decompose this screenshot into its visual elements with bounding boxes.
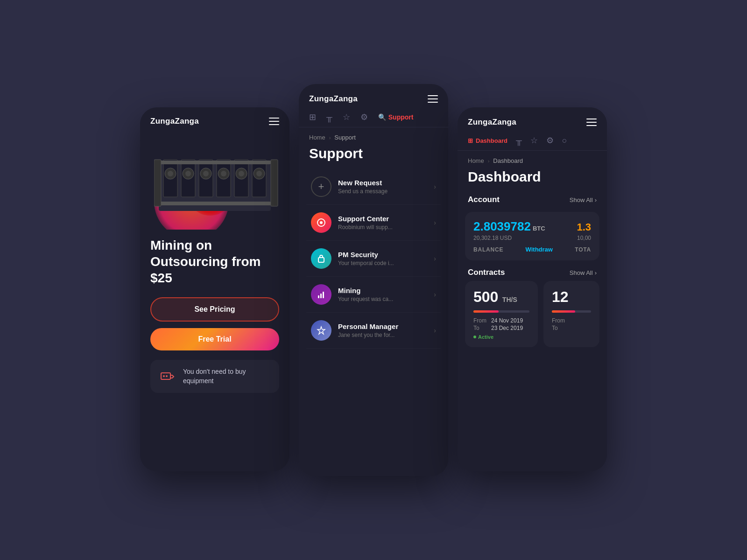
contract1-dates: From 24 Nov 2019 To 23 Dec 2019	[473, 317, 529, 331]
contract2-progress-bar	[552, 310, 591, 313]
btc-usd: 20,302.18 USD	[473, 235, 512, 241]
new-request-title: New Request	[338, 179, 427, 187]
contract2-to-date	[570, 325, 591, 331]
svg-point-24	[163, 375, 165, 377]
svg-point-10	[185, 171, 191, 176]
see-pricing-button[interactable]: See Pricing	[150, 297, 279, 322]
phone3-breadcrumb-home[interactable]: Home	[468, 157, 484, 164]
personal-manager-title: Personal Manager	[338, 322, 427, 330]
svg-point-18	[256, 171, 262, 176]
btc-amount: 2.8039782	[473, 219, 531, 234]
svg-rect-22	[154, 160, 161, 206]
svg-rect-29	[318, 295, 319, 298]
equipment-icon	[159, 368, 176, 385]
svg-rect-28	[318, 258, 324, 262]
nav-grid-icon[interactable]: ⊞	[309, 112, 316, 122]
svg-point-27	[320, 221, 323, 224]
support-center-icon	[311, 212, 331, 233]
nav-support-item[interactable]: 🔍 Support	[378, 113, 414, 121]
support-item-pm-security[interactable]: PM Security Your temporal code i... ›	[306, 241, 441, 277]
orange-btc-amount: 1.3	[577, 221, 591, 233]
phone1-content: Mining on Outsourcing from $25 See Prici…	[140, 230, 289, 400]
new-request-icon: +	[311, 176, 331, 197]
contract2-from-date	[570, 317, 591, 324]
equipment-promo-text: You don't need to buy equipment	[183, 367, 271, 385]
svg-point-12	[203, 171, 209, 176]
new-request-subtitle: Send us a message	[338, 188, 427, 195]
phone-landing: ZungaZanga	[140, 107, 289, 471]
contract1-unit: TH/S	[502, 296, 517, 303]
show-all-chevron: ›	[595, 196, 597, 203]
nav-dashboard-item[interactable]: ⊞ Dashboard	[468, 137, 507, 144]
contract-card-2: 12 From To	[543, 281, 599, 347]
show-all-text: Show All	[570, 196, 593, 203]
support-item-mining[interactable]: Mining Your request was ca... ›	[306, 277, 441, 313]
mining-rig-image	[149, 136, 289, 230]
support-page-title: Support	[299, 144, 448, 169]
dashboard-page-title: Dashboard	[458, 167, 607, 191]
phone1-logo: ZungaZanga	[150, 117, 199, 126]
phones-container: ZungaZanga	[140, 84, 607, 476]
contracts-show-all-chevron: ›	[595, 269, 597, 276]
phone-support: ZungaZanga ⊞ ╥ ☆ ⚙ 🔍 Support Home › Supp…	[299, 84, 448, 476]
contract1-hashrate-row: 500 TH/S	[473, 288, 529, 306]
phone3-breadcrumb: Home › Dashboard	[458, 151, 607, 167]
account-section-header: Account Show All ›	[458, 191, 607, 208]
nav-gear-icon[interactable]: ⚙	[360, 112, 368, 122]
active-dot	[473, 336, 476, 338]
contract2-to-label: To	[552, 325, 565, 331]
nav-star-icon[interactable]: ☆	[343, 112, 350, 122]
svg-point-16	[239, 171, 244, 176]
account-show-all[interactable]: Show All ›	[570, 196, 597, 203]
phone1-menu-icon[interactable]	[269, 118, 279, 125]
contracts-show-all-text: Show All	[570, 269, 593, 276]
contracts-show-all[interactable]: Show All ›	[570, 269, 597, 276]
phone1-header: ZungaZanga	[140, 107, 289, 132]
contract1-hashrate: 500	[473, 288, 498, 305]
phone3-header: ZungaZanga	[458, 107, 607, 132]
breadcrumb-home[interactable]: Home	[309, 134, 325, 141]
btc-label: BTC	[533, 225, 545, 232]
phone2-header: ZungaZanga	[299, 84, 448, 108]
nav3-search-icon[interactable]: ○	[562, 136, 567, 146]
svg-point-25	[166, 375, 168, 377]
nav3-gear-icon[interactable]: ⚙	[546, 135, 554, 146]
mining-title: Mining	[338, 287, 427, 294]
mining-icon	[311, 284, 331, 305]
nav-search-icon: 🔍	[378, 113, 386, 121]
phone-dashboard: ZungaZanga ⊞ Dashboard ╥ ☆ ⚙ ○ Home › Da…	[458, 107, 607, 471]
mining-text: Mining Your request was ca...	[338, 287, 427, 302]
new-request-chevron: ›	[434, 183, 436, 190]
contract1-progress-bar	[473, 310, 529, 313]
contract2-dates: From To	[552, 317, 591, 331]
phone3-menu-icon[interactable]	[586, 119, 597, 126]
pm-security-icon	[311, 248, 331, 269]
contract1-to-label: To	[473, 325, 486, 331]
withdraw-button[interactable]: Withdraw	[526, 246, 553, 253]
svg-rect-30	[320, 294, 322, 298]
free-trial-button[interactable]: Free Trial	[150, 328, 279, 350]
hero-title: Mining on Outsourcing from $25	[150, 237, 279, 286]
account-section-label: Account	[468, 195, 500, 204]
svg-point-14	[221, 171, 226, 176]
contract1-status-text: Active	[478, 334, 493, 340]
support-item-new-request[interactable]: + New Request Send us a message ›	[306, 169, 441, 205]
nav3-chart-icon[interactable]: ╥	[516, 136, 522, 146]
support-list: + New Request Send us a message › Suppor…	[299, 169, 448, 349]
phone2-logo: ZungaZanga	[309, 94, 358, 104]
equipment-promo-card: You don't need to buy equipment	[150, 360, 279, 393]
phone2-menu-icon[interactable]	[428, 95, 438, 103]
contract2-hashrate: 12	[552, 288, 569, 305]
contract1-progress-fill	[473, 310, 499, 313]
total-label: TOTA	[575, 246, 591, 253]
nav-dashboard-label: Dashboard	[476, 137, 507, 144]
support-item-personal-manager[interactable]: Personal Manager Jane sent you the for..…	[306, 313, 441, 349]
nav3-star-icon[interactable]: ☆	[530, 135, 538, 146]
contract1-from-label: From	[473, 317, 486, 324]
support-center-subtitle: Roobinium will supp...	[338, 224, 427, 231]
phone2-nav: ⊞ ╥ ☆ ⚙ 🔍 Support	[299, 108, 448, 127]
support-item-support-center[interactable]: Support Center Roobinium will supp... ›	[306, 205, 441, 241]
nav-chart-icon[interactable]: ╥	[326, 112, 332, 122]
support-item-new-request-text: New Request Send us a message	[338, 179, 427, 195]
orange-usd: 10,00	[577, 235, 591, 241]
